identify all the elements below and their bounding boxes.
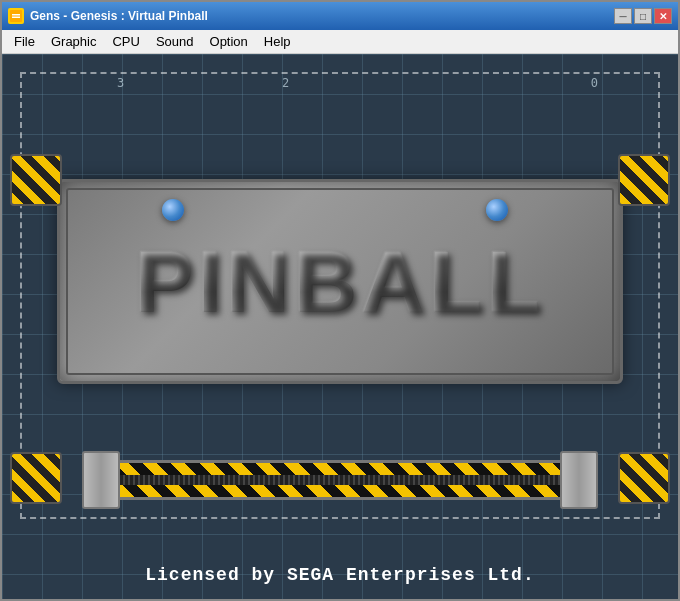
corner-bottom-left	[10, 452, 62, 504]
num-marker-0: 0	[591, 76, 598, 90]
num-marker-3: 3	[117, 76, 124, 90]
ball-left	[162, 199, 184, 221]
menu-sound[interactable]: Sound	[148, 32, 202, 51]
titlebar-buttons: ─ □ ✕	[614, 8, 672, 24]
minimize-button[interactable]: ─	[614, 8, 632, 24]
licensed-text: Licensed by SEGA Enterprises Ltd.	[2, 565, 678, 585]
bottom-bar	[82, 451, 598, 509]
app-window: Gens - Genesis : Virtual Pinball ─ □ ✕ F…	[0, 0, 680, 601]
menu-bar: File Graphic CPU Sound Option Help	[2, 30, 678, 54]
menu-cpu[interactable]: CPU	[104, 32, 147, 51]
app-icon	[8, 8, 24, 24]
pinball-title: PINBALL	[135, 231, 544, 333]
corner-top-right	[618, 154, 670, 206]
ball-right	[486, 199, 508, 221]
cart-end-right	[560, 451, 598, 509]
menu-option[interactable]: Option	[202, 32, 256, 51]
corner-bottom-right	[618, 452, 670, 504]
cart-end-left	[82, 451, 120, 509]
menu-file[interactable]: File	[6, 32, 43, 51]
menu-help[interactable]: Help	[256, 32, 299, 51]
title-bar: Gens - Genesis : Virtual Pinball ─ □ ✕	[2, 2, 678, 30]
cartridge	[82, 451, 598, 509]
close-button[interactable]: ✕	[654, 8, 672, 24]
window-title: Gens - Genesis : Virtual Pinball	[30, 9, 208, 23]
num-marker-2: 2	[282, 76, 289, 90]
svg-rect-0	[10, 10, 22, 22]
pinball-sign: PINBALL	[57, 179, 623, 384]
svg-rect-1	[12, 14, 20, 16]
maximize-button[interactable]: □	[634, 8, 652, 24]
game-area: 3 2 0 PINBALL	[2, 54, 678, 599]
cart-middle	[120, 460, 560, 499]
corner-top-left	[10, 154, 62, 206]
svg-rect-2	[12, 17, 20, 19]
menu-graphic[interactable]: Graphic	[43, 32, 105, 51]
titlebar-left: Gens - Genesis : Virtual Pinball	[8, 8, 208, 24]
